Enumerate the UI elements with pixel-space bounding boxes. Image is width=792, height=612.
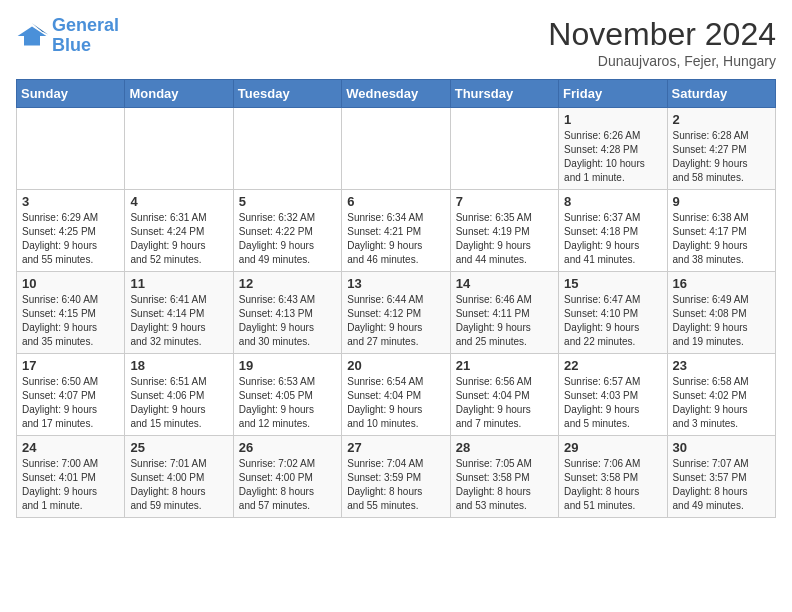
day-cell: 8Sunrise: 6:37 AMSunset: 4:18 PMDaylight… xyxy=(559,190,667,272)
day-cell: 27Sunrise: 7:04 AMSunset: 3:59 PMDayligh… xyxy=(342,436,450,518)
day-info: Sunrise: 6:34 AMSunset: 4:21 PMDaylight:… xyxy=(347,211,444,267)
day-cell: 16Sunrise: 6:49 AMSunset: 4:08 PMDayligh… xyxy=(667,272,775,354)
day-number: 17 xyxy=(22,358,119,373)
day-number: 29 xyxy=(564,440,661,455)
day-number: 13 xyxy=(347,276,444,291)
day-number: 8 xyxy=(564,194,661,209)
day-number: 24 xyxy=(22,440,119,455)
day-cell: 12Sunrise: 6:43 AMSunset: 4:13 PMDayligh… xyxy=(233,272,341,354)
day-number: 22 xyxy=(564,358,661,373)
day-info: Sunrise: 7:02 AMSunset: 4:00 PMDaylight:… xyxy=(239,457,336,513)
calendar-header-row: SundayMondayTuesdayWednesdayThursdayFrid… xyxy=(17,80,776,108)
day-number: 16 xyxy=(673,276,770,291)
day-number: 5 xyxy=(239,194,336,209)
day-info: Sunrise: 6:37 AMSunset: 4:18 PMDaylight:… xyxy=(564,211,661,267)
day-cell: 1Sunrise: 6:26 AMSunset: 4:28 PMDaylight… xyxy=(559,108,667,190)
day-cell: 5Sunrise: 6:32 AMSunset: 4:22 PMDaylight… xyxy=(233,190,341,272)
day-cell: 26Sunrise: 7:02 AMSunset: 4:00 PMDayligh… xyxy=(233,436,341,518)
day-number: 19 xyxy=(239,358,336,373)
day-info: Sunrise: 6:58 AMSunset: 4:02 PMDaylight:… xyxy=(673,375,770,431)
day-cell: 21Sunrise: 6:56 AMSunset: 4:04 PMDayligh… xyxy=(450,354,558,436)
day-info: Sunrise: 6:46 AMSunset: 4:11 PMDaylight:… xyxy=(456,293,553,349)
day-number: 3 xyxy=(22,194,119,209)
calendar-subtitle: Dunaujvaros, Fejer, Hungary xyxy=(548,53,776,69)
day-info: Sunrise: 6:41 AMSunset: 4:14 PMDaylight:… xyxy=(130,293,227,349)
day-cell xyxy=(450,108,558,190)
header-wednesday: Wednesday xyxy=(342,80,450,108)
day-cell: 29Sunrise: 7:06 AMSunset: 3:58 PMDayligh… xyxy=(559,436,667,518)
header-friday: Friday xyxy=(559,80,667,108)
day-cell: 2Sunrise: 6:28 AMSunset: 4:27 PMDaylight… xyxy=(667,108,775,190)
calendar-table: SundayMondayTuesdayWednesdayThursdayFrid… xyxy=(16,79,776,518)
day-number: 28 xyxy=(456,440,553,455)
day-cell xyxy=(342,108,450,190)
day-info: Sunrise: 6:54 AMSunset: 4:04 PMDaylight:… xyxy=(347,375,444,431)
day-cell: 7Sunrise: 6:35 AMSunset: 4:19 PMDaylight… xyxy=(450,190,558,272)
day-number: 12 xyxy=(239,276,336,291)
week-row-2: 3Sunrise: 6:29 AMSunset: 4:25 PMDaylight… xyxy=(17,190,776,272)
day-cell xyxy=(233,108,341,190)
week-row-1: 1Sunrise: 6:26 AMSunset: 4:28 PMDaylight… xyxy=(17,108,776,190)
day-info: Sunrise: 6:47 AMSunset: 4:10 PMDaylight:… xyxy=(564,293,661,349)
day-number: 11 xyxy=(130,276,227,291)
day-number: 4 xyxy=(130,194,227,209)
logo: General Blue xyxy=(16,16,119,56)
svg-marker-0 xyxy=(18,26,47,45)
day-number: 15 xyxy=(564,276,661,291)
day-number: 9 xyxy=(673,194,770,209)
day-cell: 22Sunrise: 6:57 AMSunset: 4:03 PMDayligh… xyxy=(559,354,667,436)
day-number: 25 xyxy=(130,440,227,455)
day-cell xyxy=(125,108,233,190)
day-number: 30 xyxy=(673,440,770,455)
day-cell: 15Sunrise: 6:47 AMSunset: 4:10 PMDayligh… xyxy=(559,272,667,354)
day-info: Sunrise: 6:29 AMSunset: 4:25 PMDaylight:… xyxy=(22,211,119,267)
header-tuesday: Tuesday xyxy=(233,80,341,108)
day-info: Sunrise: 7:05 AMSunset: 3:58 PMDaylight:… xyxy=(456,457,553,513)
week-row-3: 10Sunrise: 6:40 AMSunset: 4:15 PMDayligh… xyxy=(17,272,776,354)
day-number: 14 xyxy=(456,276,553,291)
day-info: Sunrise: 6:49 AMSunset: 4:08 PMDaylight:… xyxy=(673,293,770,349)
day-info: Sunrise: 6:50 AMSunset: 4:07 PMDaylight:… xyxy=(22,375,119,431)
day-info: Sunrise: 6:56 AMSunset: 4:04 PMDaylight:… xyxy=(456,375,553,431)
day-cell: 17Sunrise: 6:50 AMSunset: 4:07 PMDayligh… xyxy=(17,354,125,436)
day-number: 26 xyxy=(239,440,336,455)
day-number: 20 xyxy=(347,358,444,373)
day-info: Sunrise: 6:44 AMSunset: 4:12 PMDaylight:… xyxy=(347,293,444,349)
day-cell: 28Sunrise: 7:05 AMSunset: 3:58 PMDayligh… xyxy=(450,436,558,518)
day-cell: 25Sunrise: 7:01 AMSunset: 4:00 PMDayligh… xyxy=(125,436,233,518)
logo-icon xyxy=(16,20,48,52)
day-number: 1 xyxy=(564,112,661,127)
day-info: Sunrise: 6:57 AMSunset: 4:03 PMDaylight:… xyxy=(564,375,661,431)
header-thursday: Thursday xyxy=(450,80,558,108)
day-cell: 6Sunrise: 6:34 AMSunset: 4:21 PMDaylight… xyxy=(342,190,450,272)
header-sunday: Sunday xyxy=(17,80,125,108)
day-info: Sunrise: 6:31 AMSunset: 4:24 PMDaylight:… xyxy=(130,211,227,267)
day-cell: 23Sunrise: 6:58 AMSunset: 4:02 PMDayligh… xyxy=(667,354,775,436)
day-cell: 14Sunrise: 6:46 AMSunset: 4:11 PMDayligh… xyxy=(450,272,558,354)
header-monday: Monday xyxy=(125,80,233,108)
day-info: Sunrise: 6:53 AMSunset: 4:05 PMDaylight:… xyxy=(239,375,336,431)
day-number: 18 xyxy=(130,358,227,373)
day-number: 7 xyxy=(456,194,553,209)
day-cell: 24Sunrise: 7:00 AMSunset: 4:01 PMDayligh… xyxy=(17,436,125,518)
day-info: Sunrise: 6:35 AMSunset: 4:19 PMDaylight:… xyxy=(456,211,553,267)
day-cell: 18Sunrise: 6:51 AMSunset: 4:06 PMDayligh… xyxy=(125,354,233,436)
day-info: Sunrise: 7:07 AMSunset: 3:57 PMDaylight:… xyxy=(673,457,770,513)
logo-text: General Blue xyxy=(52,16,119,56)
title-block: November 2024 Dunaujvaros, Fejer, Hungar… xyxy=(548,16,776,69)
day-cell: 9Sunrise: 6:38 AMSunset: 4:17 PMDaylight… xyxy=(667,190,775,272)
week-row-5: 24Sunrise: 7:00 AMSunset: 4:01 PMDayligh… xyxy=(17,436,776,518)
day-info: Sunrise: 6:38 AMSunset: 4:17 PMDaylight:… xyxy=(673,211,770,267)
day-cell: 10Sunrise: 6:40 AMSunset: 4:15 PMDayligh… xyxy=(17,272,125,354)
day-cell xyxy=(17,108,125,190)
day-cell: 30Sunrise: 7:07 AMSunset: 3:57 PMDayligh… xyxy=(667,436,775,518)
week-row-4: 17Sunrise: 6:50 AMSunset: 4:07 PMDayligh… xyxy=(17,354,776,436)
day-info: Sunrise: 6:28 AMSunset: 4:27 PMDaylight:… xyxy=(673,129,770,185)
day-cell: 20Sunrise: 6:54 AMSunset: 4:04 PMDayligh… xyxy=(342,354,450,436)
day-number: 21 xyxy=(456,358,553,373)
day-info: Sunrise: 7:04 AMSunset: 3:59 PMDaylight:… xyxy=(347,457,444,513)
day-number: 27 xyxy=(347,440,444,455)
day-number: 10 xyxy=(22,276,119,291)
page-header: General Blue November 2024 Dunaujvaros, … xyxy=(16,16,776,69)
calendar-title: November 2024 xyxy=(548,16,776,53)
